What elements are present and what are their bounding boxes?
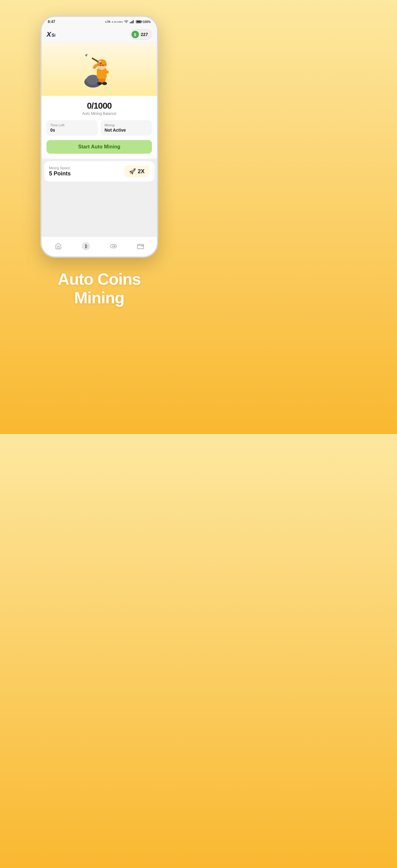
miner-banner [41,43,157,96]
speed-label: 0.16 KB/s [112,21,123,23]
tagline-line2: Mining [58,289,140,307]
info-row: Time Left 0s Mining Not Active [46,120,152,136]
app-header: X SINO $ 227 [41,27,157,43]
mining-status-card: Mining Not Active [101,120,152,136]
nav-item-games[interactable] [105,241,122,253]
miner-illustration [79,49,120,90]
battery-percent: 100% [143,20,151,24]
status-right: LTE 0.16 KB/s 100% [105,20,151,24]
mining-status-value: Not Active [104,128,148,132]
svg-point-17 [100,65,101,66]
time-left-card: Time Left 0s [46,120,98,136]
svg-rect-16 [97,64,107,66]
battery-icon [136,20,141,23]
speed-label: Mining Speed [49,166,71,170]
nav-item-wallet[interactable] [132,241,149,253]
app-content[interactable]: 0/1000 Auto Mining Balance Time Left 0s … [41,43,157,237]
svg-text:X: X [46,31,52,38]
balance-display: 0/1000 [46,101,152,111]
boost-label: 2X [138,168,144,175]
network-label: LTE [105,20,110,23]
svg-rect-3 [133,20,134,23]
time-left-label: Time Left [50,123,94,127]
mining-nav-icon: ₿ [82,242,90,251]
speed-badge[interactable]: 🚀 2X [124,165,150,177]
svg-point-18 [102,65,104,66]
signal-icon [130,20,134,23]
svg-text:₿: ₿ [85,244,87,249]
svg-rect-0 [130,22,131,23]
status-bar: 8:47 LTE 0.16 KB/s [41,17,157,27]
phone-inner: 8:47 LTE 0.16 KB/s [41,17,157,256]
start-mining-button[interactable]: Start Auto Mining [46,140,152,154]
svg-point-29 [142,246,142,247]
wallet-icon [137,243,144,251]
tagline: Auto Coins Mining [58,270,140,307]
svg-rect-2 [132,21,133,23]
logo-area: X SINO [46,31,55,38]
svg-point-20 [98,61,101,63]
nav-item-mining[interactable]: ₿ [77,240,95,253]
wifi-icon [124,20,128,23]
home-icon [55,243,62,251]
svg-point-11 [102,82,107,85]
logo-icon: X SINO [46,31,55,38]
balance-label: Auto Mining Balance [46,112,152,116]
balance-badge: $ 227 [130,29,152,40]
svg-point-27 [114,246,114,247]
tagline-line1: Auto Coins [58,270,140,289]
bottom-nav: ₿ [41,237,157,256]
svg-point-10 [97,82,102,85]
balance-amount: 227 [141,32,148,37]
svg-rect-1 [131,22,132,23]
stats-section: 0/1000 Auto Mining Balance Time Left 0s … [41,96,157,159]
status-time: 8:47 [48,20,55,24]
rocket-icon: 🚀 [129,168,136,175]
phone-wrapper: 8:47 LTE 0.16 KB/s [40,16,158,258]
time-left-value: 0s [50,128,94,132]
mining-status-label: Mining [104,123,148,127]
mining-speed-card: Mining Speed 5 Points 🚀 2X [44,161,155,182]
svg-text:SINO: SINO [52,33,55,37]
games-icon [110,243,117,251]
dollar-circle: $ [132,31,139,38]
speed-info: Mining Speed 5 Points [49,166,71,177]
speed-value: 5 Points [49,170,71,177]
nav-item-home[interactable] [50,241,67,253]
